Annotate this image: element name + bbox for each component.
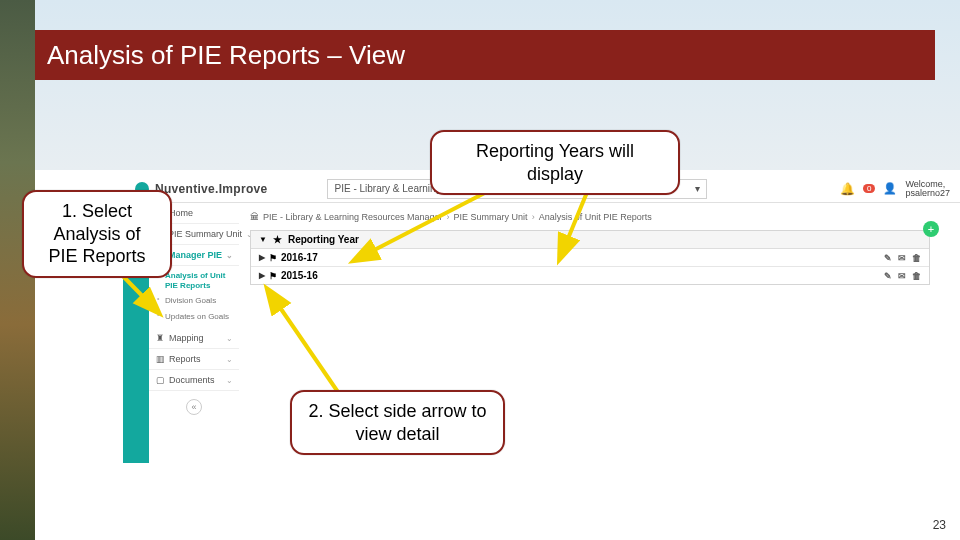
panel-heading-row[interactable]: ▼ ★ Reporting Year xyxy=(251,231,929,249)
chevron-down-icon: ⌄ xyxy=(226,376,233,385)
add-button[interactable]: + xyxy=(923,221,939,237)
slide-title: Analysis of PIE Reports – View xyxy=(47,40,405,71)
welcome-block: Welcome, psalerno27 xyxy=(905,180,950,198)
delete-icon[interactable]: 🗑 xyxy=(912,271,921,281)
copy-icon[interactable]: ✉ xyxy=(898,253,906,263)
sidebar-item-mapping[interactable]: ♜ Mapping ⌄ xyxy=(149,328,239,349)
callout-reporting-years: Reporting Years will display xyxy=(430,130,680,195)
report-icon: ▥ xyxy=(155,354,165,364)
breadcrumb-sep: › xyxy=(447,212,450,222)
sidebar-label-manager-pie: Manager PIE xyxy=(168,250,222,260)
copy-icon[interactable]: ✉ xyxy=(898,271,906,281)
chevron-down-icon: ⌄ xyxy=(226,355,233,364)
year-label: 2016-17 xyxy=(281,252,318,263)
collapse-sidebar-button[interactable]: « xyxy=(186,399,202,415)
star-icon: ★ xyxy=(273,234,282,245)
bell-icon[interactable]: 🔔 xyxy=(840,182,855,196)
brand-name: Nuventive.Improve xyxy=(155,182,267,196)
sidebar-sub-division[interactable]: Division Goals xyxy=(157,293,239,309)
header-right: 🔔 0 👤 Welcome, psalerno27 xyxy=(840,180,960,198)
breadcrumb-2[interactable]: PIE Summary Unit xyxy=(454,212,528,222)
breadcrumb-3: Analysis of Unit PIE Reports xyxy=(539,212,652,222)
sidebar-item-documents[interactable]: ▢ Documents ⌄ xyxy=(149,370,239,391)
page-number: 23 xyxy=(933,518,946,532)
sidebar-label-documents: Documents xyxy=(169,375,215,385)
sidebar-sub-label: Updates on Goals xyxy=(165,312,229,321)
sidebar-sub-label: Analysis of Unit PIE Reports xyxy=(165,271,225,290)
callout-step-1: 1. Select Analysis of PIE Reports xyxy=(22,190,172,278)
callout-step-2: 2. Select side arrow to view detail xyxy=(290,390,505,455)
expand-arrow-icon[interactable]: ▶ xyxy=(259,253,265,262)
folder-icon: ▢ xyxy=(155,375,165,385)
breadcrumb-1[interactable]: PIE - Library & Learning Resources Manag… xyxy=(263,212,443,222)
edit-icon[interactable]: ✎ xyxy=(884,253,892,263)
chevron-down-icon: ⌄ xyxy=(226,251,233,260)
slide-title-bar: Analysis of PIE Reports – View xyxy=(35,30,935,80)
expand-arrow-icon[interactable]: ▶ xyxy=(259,271,265,280)
breadcrumb: 🏛 PIE - Library & Learning Resources Man… xyxy=(250,209,950,225)
hierarchy-icon: ♜ xyxy=(155,333,165,343)
year-row[interactable]: ▶ ⚑ 2016-17 ✎ ✉ 🗑 xyxy=(251,249,929,267)
sidebar-sub-updates[interactable]: Updates on Goals xyxy=(157,309,239,325)
panel-heading-text: Reporting Year xyxy=(288,234,359,245)
callout-text: 1. Select Analysis of PIE Reports xyxy=(48,201,145,266)
flag-icon: ⚑ xyxy=(269,253,277,263)
delete-icon[interactable]: 🗑 xyxy=(912,253,921,263)
welcome-user: psalerno27 xyxy=(905,189,950,198)
breadcrumb-sep: › xyxy=(532,212,535,222)
brand-suffix: Improve xyxy=(219,182,268,196)
notification-badge: 0 xyxy=(863,184,875,193)
chevron-down-icon: ▾ xyxy=(695,183,700,194)
sidebar-label-home: Home xyxy=(169,208,193,218)
disclosure-down-icon: ▼ xyxy=(259,235,267,244)
row-actions: ✎ ✉ 🗑 xyxy=(884,271,921,281)
row-actions: ✎ ✉ 🗑 xyxy=(884,253,921,263)
callout-text: Reporting Years will display xyxy=(476,141,634,184)
reporting-year-panel: + ▼ ★ Reporting Year ▶ ⚑ 2016-17 ✎ ✉ 🗑 ▶… xyxy=(250,230,930,285)
sidebar-sub-label: Division Goals xyxy=(165,296,216,305)
callout-text: 2. Select side arrow to view detail xyxy=(308,401,486,444)
sidebar-label-mapping: Mapping xyxy=(169,333,204,343)
sidebar-item-reports[interactable]: ▥ Reports ⌄ xyxy=(149,349,239,370)
svg-line-3 xyxy=(268,290,340,395)
year-label: 2015-16 xyxy=(281,270,318,281)
sidebar-label-reports: Reports xyxy=(169,354,201,364)
edit-icon[interactable]: ✎ xyxy=(884,271,892,281)
sidebar-label-summary-unit: PIE Summary Unit xyxy=(168,229,242,239)
chevron-down-icon: ⌄ xyxy=(226,334,233,343)
user-icon[interactable]: 👤 xyxy=(883,182,897,195)
year-row[interactable]: ▶ ⚑ 2015-16 ✎ ✉ 🗑 xyxy=(251,267,929,284)
flag-icon: ⚑ xyxy=(269,271,277,281)
building-icon: 🏛 xyxy=(250,212,259,222)
